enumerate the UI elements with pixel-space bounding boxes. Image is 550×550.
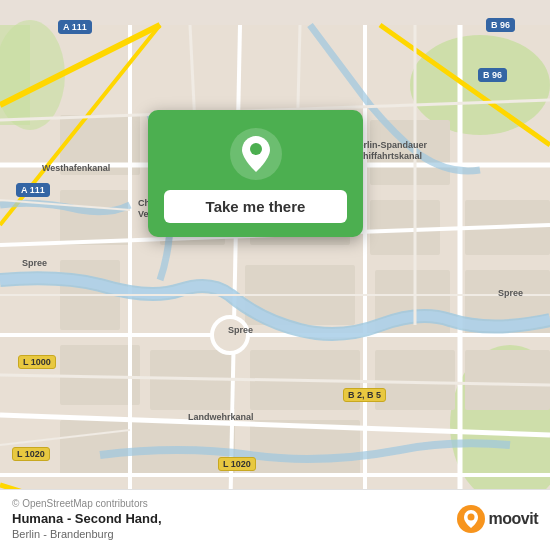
moovit-icon [457, 505, 485, 533]
copyright-text: © OpenStreetMap contributors [12, 498, 162, 509]
bottom-left-info: © OpenStreetMap contributors Humana - Se… [12, 498, 162, 540]
svg-point-50 [250, 143, 262, 155]
l1020-left-badge: L 1020 [12, 447, 50, 461]
moovit-logo: moovit [457, 505, 538, 533]
bottom-bar: © OpenStreetMap contributors Humana - Se… [0, 489, 550, 550]
a111-left-badge: A 111 [16, 183, 50, 197]
b96-right-badge: B 96 [478, 68, 507, 82]
spree-left-label: Spree [22, 258, 47, 268]
berlin-spandau-label: Berlin-Spandauer Schiffahrtskanal [352, 140, 452, 162]
spree-center-label: Spree [228, 325, 253, 335]
svg-point-52 [467, 514, 474, 521]
svg-rect-25 [465, 350, 550, 410]
location-card: Take me there [148, 110, 363, 237]
svg-rect-15 [375, 350, 455, 410]
take-me-there-button[interactable]: Take me there [164, 190, 347, 223]
moovit-text: moovit [489, 510, 538, 528]
spree-right-label: Spree [498, 288, 523, 298]
b96-top-badge: B 96 [486, 18, 515, 32]
b2b5-badge: B 2, B 5 [343, 388, 386, 402]
l1020-bot-badge: L 1020 [218, 457, 256, 471]
place-name: Humana - Second Hand, [12, 511, 162, 526]
svg-rect-6 [60, 190, 130, 245]
westhafen-label: Westhafenkanal [42, 163, 110, 173]
a111-top-badge: A 111 [58, 20, 92, 34]
svg-point-48 [212, 317, 248, 353]
map-container: Spree Spree Spree Westhafenkanal Charlot… [0, 0, 550, 550]
landwehr-label: Landwehrkanal [188, 412, 254, 422]
l1000-badge: L 1000 [18, 355, 56, 369]
location-pin-icon [230, 128, 282, 180]
map-svg [0, 0, 550, 550]
place-region: Berlin - Brandenburg [12, 528, 162, 540]
